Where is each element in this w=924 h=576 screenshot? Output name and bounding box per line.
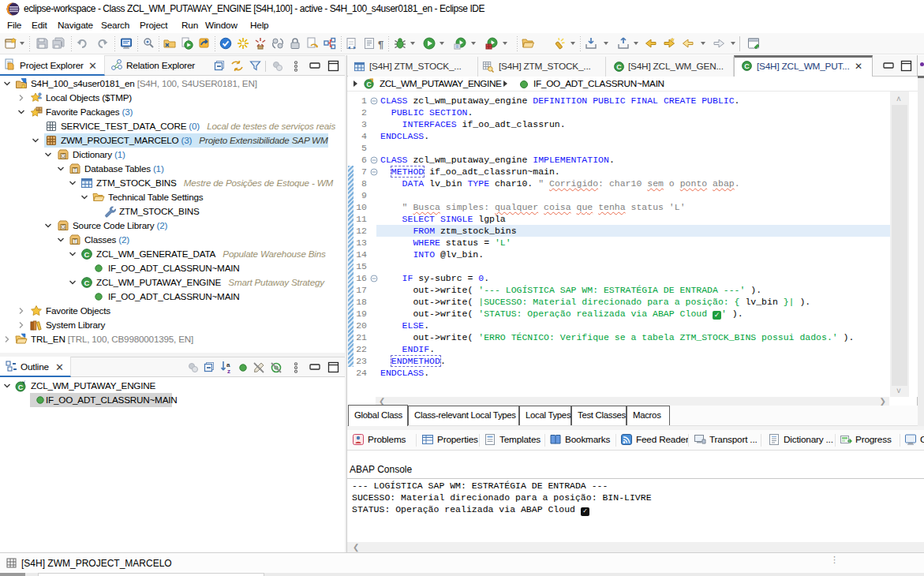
svg-text:f: f [24, 380, 26, 385]
svg-text:G: G [61, 153, 65, 159]
svg-text:C: C [84, 279, 90, 287]
svg-text:T: T [73, 238, 77, 244]
svg-text:C: C [616, 63, 622, 71]
svg-text:z: z [227, 368, 230, 374]
svg-text:C: C [84, 250, 90, 259]
svg-text:T: T [73, 167, 77, 173]
svg-text:C: C [366, 80, 371, 88]
svg-text:C: C [744, 62, 750, 70]
svg-text:G: G [61, 224, 65, 230]
